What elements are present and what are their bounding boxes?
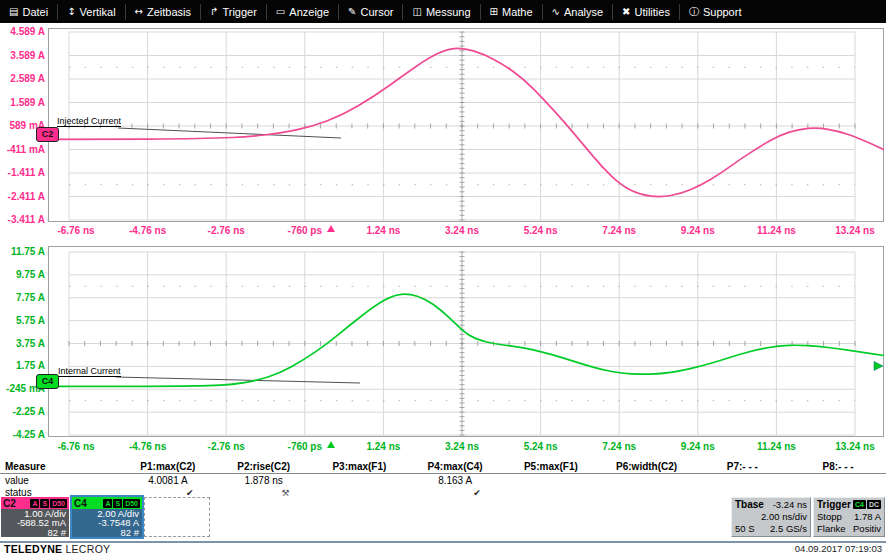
footer-bar: TELEDYNELECROY 04.09.2017 07:19:03 [0, 543, 886, 554]
x-axis-label: -760 ps [275, 441, 335, 453]
measure-column-header-p8[interactable]: P8:- - - [790, 461, 886, 472]
measure-value: 1.878 ns [216, 475, 312, 486]
measure-status: ✔ [120, 487, 216, 498]
injected-current-trace [48, 48, 884, 196]
x-axis-label: 3.24 ns [432, 225, 492, 237]
x-axis-label: 1.24 ns [353, 441, 413, 453]
x-axis-label: 7.24 ns [589, 441, 649, 453]
menu-item-zeitbasis[interactable]: ↔Zeitbasis [125, 4, 200, 20]
y-axis-label: -1.411 A [0, 167, 45, 179]
trigger-level: 1.78 A [854, 511, 881, 522]
menu-bar: ▤Datei↕Vertikal↔Zeitbasis↱Trigger▭Anzeig… [0, 0, 886, 23]
timebase-rate: 2.5 GS/s [770, 523, 807, 534]
analysis-icon: ∿ [552, 7, 560, 17]
y-axis-label: 5.75 A [0, 315, 45, 327]
x-axis-label: 11.24 ns [746, 225, 806, 237]
menu-item-utilities[interactable]: ✖Utilities [612, 4, 679, 20]
menu-item-trigger[interactable]: ↱Trigger [200, 4, 266, 20]
trigger-title: Trigger [817, 499, 851, 510]
channel-c2-zero-marker[interactable]: C2 [36, 127, 59, 142]
channel-badge-a: A [103, 499, 112, 508]
empty-descriptor-slot[interactable] [144, 497, 210, 537]
trigger-time-marker-top[interactable] [327, 225, 335, 232]
measure-column-header-p3[interactable]: P3:max(F1) [312, 461, 408, 472]
menu-item-analyse[interactable]: ∿Analyse [542, 4, 613, 20]
annotation-leader-line [116, 377, 360, 383]
x-axis-label: 3.24 ns [432, 441, 492, 453]
channel-descriptor-c4[interactable]: C4 ASD50 2.00 A/div -3.7548 A 82 # [72, 497, 142, 537]
measure-status-row-label: status [0, 487, 120, 498]
timebase-scale: 2.00 ns/div [761, 511, 807, 522]
menu-item-mathe[interactable]: ⊞Mathe [480, 4, 542, 20]
y-axis-label: -2.25 A [0, 406, 45, 418]
y-axis-label: 9.75 A [0, 269, 45, 281]
timebase-samples: 50 S [735, 523, 755, 534]
timebase-icon: ↔ [135, 7, 143, 17]
menu-item-anzeige[interactable]: ▭Anzeige [266, 4, 338, 20]
menu-item-vertikal[interactable]: ↕Vertikal [57, 4, 124, 20]
channel-descriptor-c2[interactable]: C2 ASD50 1.00 A/div -588.52 mA 82 # [1, 497, 69, 537]
y-axis-label: -4.25 A [0, 429, 45, 441]
channel-badge-a: A [30, 499, 39, 508]
trigger-level-marker[interactable] [874, 362, 883, 371]
display-icon: ▭ [276, 7, 285, 17]
channel-c4-zero-marker[interactable]: C4 [36, 374, 59, 389]
y-axis-label: 11.75 A [0, 246, 45, 258]
trigger-time-marker-bottom[interactable] [327, 441, 335, 448]
trigger-descriptor[interactable]: Trigger C4 DC Stopp 1.78 A Flanke Positi… [813, 497, 885, 537]
measure-column-header-p6[interactable]: P6:width(C2) [599, 461, 695, 472]
x-axis-label: -4.76 ns [118, 225, 178, 237]
menu-item-cursor[interactable]: ✎Cursor [338, 4, 402, 20]
y-axis-label: 3.589 A [0, 50, 45, 62]
menu-item-label: Mathe [502, 6, 533, 18]
y-axis-label: 3.75 A [0, 338, 45, 350]
vertical-icon: ↕ [67, 7, 75, 17]
measure-column-header-p5[interactable]: P5:max(F1) [503, 461, 599, 472]
timebase-offset: -3.24 ns [773, 499, 807, 510]
channel-badge-d50: D50 [50, 499, 67, 508]
y-axis-label: 1.589 A [0, 97, 45, 109]
annotation-leader-line [118, 128, 341, 138]
x-axis-label: 13.24 ns [825, 225, 885, 237]
channel-sweeps: 82 # [75, 528, 139, 537]
measure-title: Measure [0, 461, 120, 472]
y-axis-label: -3.411 A [0, 214, 45, 226]
menu-item-label: Utilities [634, 6, 669, 18]
internal-current-trace [48, 294, 884, 386]
top-graph-svg [48, 28, 884, 222]
measure-status: ⚒ [216, 487, 312, 498]
x-axis-label: 11.24 ns [746, 441, 806, 453]
menu-item-label: Trigger [222, 6, 256, 18]
measure-value: 8.163 A [407, 475, 503, 486]
bottom-graph: C4 Internal Current [48, 246, 884, 437]
timebase-descriptor[interactable]: Tbase -3.24 ns 2.00 ns/div 50 S 2.5 GS/s [731, 497, 811, 537]
x-axis-label: -2.76 ns [196, 441, 256, 453]
menu-item-label: Analyse [564, 6, 603, 18]
measure-column-header-p4[interactable]: P4:max(C4) [407, 461, 503, 472]
channel-badge-s: S [113, 499, 122, 508]
x-axis-label: -4.76 ns [118, 441, 178, 453]
y-axis-label: 7.75 A [0, 292, 45, 304]
measure-panel: MeasureP1:max(C2)P2:rise(C2)P3:max(F1)P4… [0, 459, 886, 498]
menu-item-messung[interactable]: ◫Messung [402, 4, 479, 20]
trigger-source-badge: C4 [853, 500, 866, 509]
menu-item-support[interactable]: ⓘSupport [679, 4, 751, 20]
channel-badge-s: S [40, 499, 49, 508]
menu-item-datei[interactable]: ▤Datei [0, 4, 57, 20]
menu-item-label: Anzeige [289, 6, 329, 18]
y-axis-label: 1.75 A [0, 360, 45, 372]
measure-column-header-p7[interactable]: P7:- - - [695, 461, 791, 472]
measure-column-header-p2[interactable]: P2:rise(C2) [216, 461, 312, 472]
x-axis-label: 1.24 ns [353, 225, 413, 237]
measure-column-header-p1[interactable]: P1:max(C2) [120, 461, 216, 472]
oscilloscope-screen: ▤Datei↕Vertikal↔Zeitbasis↱Trigger▭Anzeig… [0, 0, 886, 554]
y-axis-label: 4.589 A [0, 26, 45, 38]
menu-item-label: Datei [22, 6, 48, 18]
support-icon: ⓘ [689, 7, 699, 17]
bottom-trace-annotation: Internal Current [58, 366, 121, 377]
x-axis-label: -2.76 ns [196, 225, 256, 237]
x-axis-label: -760 ps [275, 225, 335, 237]
measure-header-row: MeasureP1:max(C2)P2:rise(C2)P3:max(F1)P4… [0, 459, 886, 474]
measure-value-row-label: value [0, 475, 120, 486]
measure-icon: ◫ [412, 7, 421, 17]
